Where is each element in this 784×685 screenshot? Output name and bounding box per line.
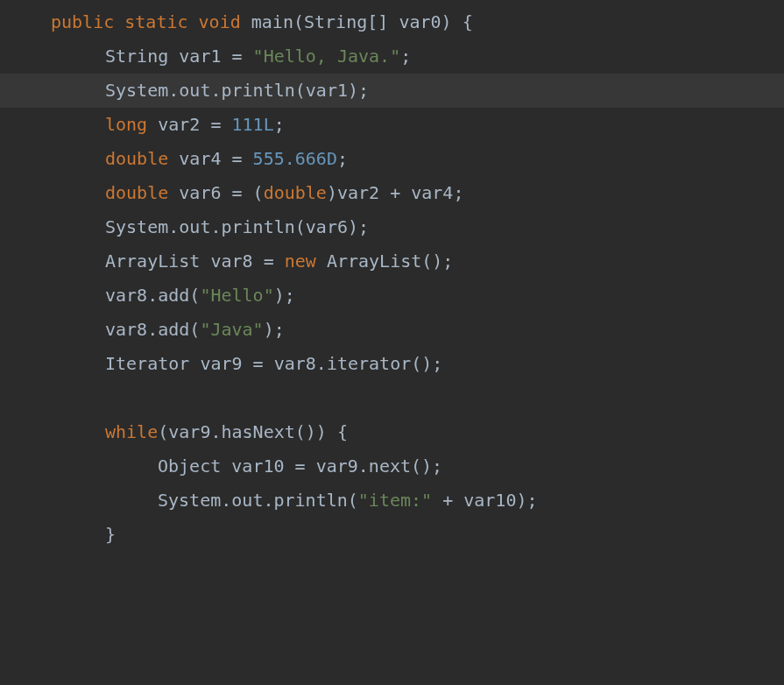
- code-token-identifier: var9: [200, 353, 242, 374]
- code-token-paren: );: [516, 490, 537, 511]
- code-token-operator: =: [221, 148, 252, 169]
- code-token-paren: (: [293, 11, 304, 32]
- code-line[interactable]: Iterator var9 = var8.iterator();: [0, 347, 784, 381]
- code-line[interactable]: var8.add("Hello");: [0, 279, 784, 313]
- code-token-type: ArrayList: [327, 251, 421, 272]
- code-token-keyword: double: [264, 182, 327, 203]
- code-line[interactable]: System.out.println("item:" + var10);: [0, 484, 784, 518]
- code-token-type: System: [105, 216, 168, 237]
- code-token-paren: );: [274, 285, 295, 306]
- code-token-method: iterator: [327, 353, 411, 374]
- code-token-paren: ) {: [441, 11, 473, 32]
- code-token-string: "item:": [358, 490, 432, 511]
- code-line[interactable]: System.out.println(var6);: [0, 210, 784, 244]
- code-token-paren: );: [348, 80, 369, 101]
- code-token-method: add: [158, 319, 189, 340]
- code-token-string: "Hello, Java.": [253, 46, 401, 67]
- code-token-type: Object: [158, 455, 231, 477]
- code-token-identifier: out: [231, 490, 263, 511]
- code-token-identifier: var0: [399, 11, 441, 32]
- code-token-punct: ;: [337, 148, 348, 169]
- code-token-type: String: [304, 11, 367, 32]
- code-token-paren: (: [295, 80, 306, 101]
- code-token-punct: .: [210, 80, 221, 101]
- code-line[interactable]: var8.add("Java");: [0, 313, 784, 347]
- code-token-identifier: var4: [179, 148, 221, 169]
- code-token-method: next: [369, 455, 411, 477]
- code-token-punct: .: [263, 490, 273, 511]
- code-token-keyword: double: [105, 182, 179, 203]
- code-token-operator: =: [221, 46, 252, 67]
- code-token-punct: .: [221, 490, 231, 511]
- code-token-paren: (: [189, 285, 200, 306]
- code-line[interactable]: ArrayList var8 = new ArrayList();: [0, 244, 784, 279]
- code-token-identifier: var10: [463, 490, 516, 511]
- code-token-punct: ;: [400, 46, 411, 67]
- code-token-identifier: var8: [105, 285, 147, 306]
- code-token-punct: .: [210, 216, 221, 237]
- code-token-string: "Hello": [200, 285, 273, 306]
- code-token-identifier: var8: [210, 251, 252, 272]
- code-token-punct: .: [168, 80, 179, 101]
- code-line[interactable]: public static void main(String[] var0) {: [0, 5, 784, 39]
- code-token-paren: (: [189, 319, 200, 340]
- code-token-operator: =: [243, 353, 274, 374]
- code-token-type: String: [105, 46, 179, 67]
- code-token-identifier: var4: [411, 182, 453, 203]
- code-token-number: 111L: [232, 114, 274, 135]
- code-token-punct: .: [147, 319, 158, 340]
- code-token-punct: []: [367, 11, 399, 32]
- code-token-paren: ()) {: [295, 421, 348, 442]
- code-token-string: "Java": [200, 319, 263, 340]
- code-token-type: System: [105, 80, 168, 101]
- code-token-operator: =: [253, 251, 285, 272]
- code-token-operator: +: [432, 490, 463, 511]
- code-token-keyword: double: [105, 148, 179, 169]
- code-token-punct: ;: [274, 114, 285, 135]
- code-token-method: println: [273, 490, 347, 511]
- code-token-method: hasNext: [221, 421, 294, 442]
- code-token-paren: ();: [421, 251, 453, 272]
- code-token-identifier: var2: [337, 182, 379, 203]
- code-token-identifier: var6: [179, 182, 221, 203]
- code-token-method: println: [221, 80, 294, 101]
- code-token-identifier: var1: [306, 80, 348, 101]
- code-token-paren: }: [105, 524, 116, 545]
- code-token-type: ArrayList: [105, 251, 210, 272]
- code-token-keyword: long: [105, 114, 158, 135]
- code-token-operator: +: [379, 182, 411, 203]
- code-token-identifier: out: [179, 216, 210, 237]
- code-token-punct: .: [147, 285, 158, 306]
- code-line[interactable]: [0, 381, 784, 415]
- code-line[interactable]: while(var9.hasNext()) {: [0, 415, 784, 449]
- code-token-type: Iterator: [105, 353, 200, 374]
- code-token-paren: ();: [411, 353, 442, 374]
- code-token-identifier: var6: [306, 216, 348, 237]
- code-line[interactable]: double var6 = (double)var2 + var4;: [0, 176, 784, 210]
- code-token-keyword: while: [105, 421, 158, 442]
- code-token-paren: ();: [411, 455, 442, 477]
- code-token-paren: );: [348, 216, 369, 237]
- code-token-punct: .: [210, 421, 221, 442]
- code-token-operator: =: [200, 114, 231, 135]
- code-token-punct: ;: [453, 182, 463, 203]
- code-token-paren: ): [327, 182, 337, 203]
- code-token-identifier: var9: [316, 455, 358, 477]
- code-line[interactable]: Object var10 = var9.next();: [0, 449, 784, 484]
- code-token-punct: .: [316, 353, 327, 374]
- code-line[interactable]: }: [0, 518, 784, 552]
- code-token-type: System: [158, 490, 221, 511]
- code-line[interactable]: String var1 = "Hello, Java.";: [0, 39, 784, 74]
- code-line[interactable]: double var4 = 555.666D;: [0, 142, 784, 176]
- code-line[interactable]: System.out.println(var1);: [0, 74, 784, 108]
- code-token-operator: = (: [221, 182, 263, 203]
- code-token-paren: (: [158, 421, 168, 442]
- code-token-punct: .: [358, 455, 369, 477]
- code-token-identifier: var8: [105, 319, 147, 340]
- code-token-identifier: var2: [158, 114, 200, 135]
- code-token-punct: .: [168, 216, 179, 237]
- code-editor[interactable]: public static void main(String[] var0) {…: [0, 5, 784, 552]
- code-line[interactable]: long var2 = 111L;: [0, 108, 784, 142]
- code-token-identifier: out: [179, 80, 210, 101]
- code-token-number: 555.666D: [253, 148, 337, 169]
